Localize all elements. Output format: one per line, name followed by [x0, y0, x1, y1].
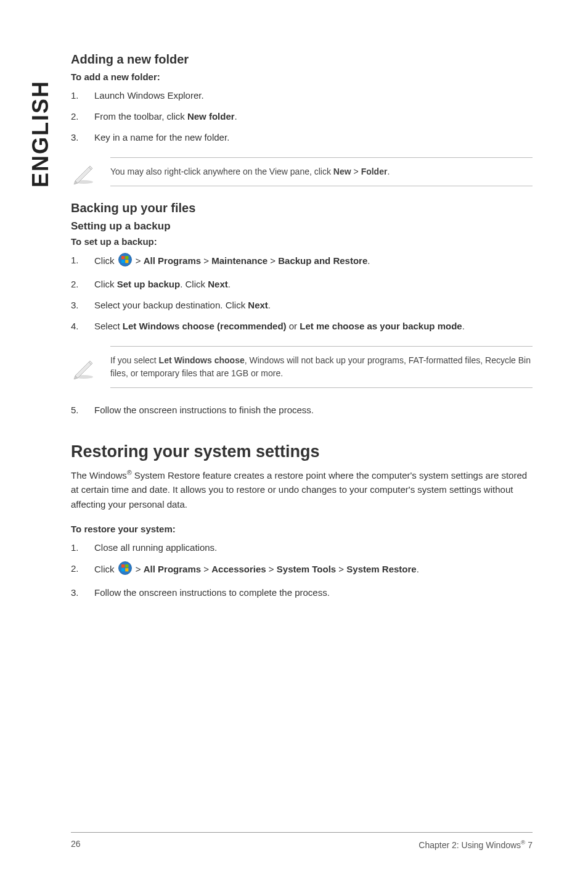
windows-start-icon [118, 253, 132, 271]
step-item: 4. Select Let Windows choose (recommende… [71, 319, 533, 334]
text-fragment: or [287, 321, 300, 331]
text-bold: New folder [187, 111, 235, 122]
intro-paragraph: The Windows® System Restore feature crea… [71, 468, 533, 511]
step-text: Follow the onscreen instructions to comp… [94, 585, 533, 600]
step-number: 3. [71, 298, 94, 313]
text-bold: All Programs [144, 564, 201, 574]
step-number: 1. [71, 253, 94, 268]
step-text: Click > All Programs > Maintenance > Bac… [94, 253, 533, 271]
text-fragment: The Windows [71, 470, 127, 481]
text-fragment: > [351, 167, 361, 176]
step-number: 3. [71, 130, 94, 145]
text-bold: System Restore [346, 564, 416, 574]
step-item: 5. Follow the onscreen instructions to f… [71, 403, 533, 418]
text-fragment: . Click [180, 279, 208, 289]
heading-adding-folder: Adding a new folder [71, 52, 533, 67]
step-item: 2. From the toolbar, click New folder. [71, 109, 533, 124]
svg-rect-10 [121, 564, 125, 567]
text-bold: Let Windows choose [159, 355, 245, 365]
svg-rect-6 [125, 260, 128, 263]
step-item: 2. Click > All Programs > Accessories > … [71, 561, 533, 579]
text-fragment: 7 [525, 840, 533, 850]
text-fragment: Click [94, 564, 117, 574]
text-bold: Accessories [211, 564, 266, 574]
footer-chapter: Chapter 2: Using Windows® 7 [419, 839, 533, 850]
text-fragment: You may also right-click anywhere on the… [110, 167, 333, 176]
step-item: 3. Follow the onscreen instructions to c… [71, 585, 533, 600]
step-text: Key in a name for the new folder. [94, 130, 533, 145]
text-fragment: > [201, 564, 211, 574]
text-fragment: System Restore feature creates a restore… [71, 470, 527, 510]
text-bold: All Programs [144, 255, 201, 266]
step-text: Launch Windows Explorer. [94, 88, 533, 103]
steps-backup: 1. Click > All Programs > Maintenance > … [71, 253, 533, 334]
text-fragment: Select your backup destination. Click [94, 300, 248, 310]
text-bold: Backup and Restore [278, 255, 367, 266]
steps-add-folder: 1. Launch Windows Explorer. 2. From the … [71, 88, 533, 145]
step-number: 4. [71, 319, 94, 334]
step-number: 1. [71, 540, 94, 555]
subheading-to-add-folder: To add a new folder: [71, 72, 533, 82]
text-fragment: > [336, 564, 346, 574]
text-bold: Let Windows choose (recommended) [123, 321, 287, 331]
text-fragment: Click [94, 279, 117, 289]
text-fragment: > [133, 255, 144, 266]
note-pencil-icon [71, 157, 97, 186]
note-block: If you select Let Windows choose, Window… [71, 346, 533, 388]
text-bold: Next [208, 279, 228, 289]
text-fragment: . [417, 564, 419, 574]
text-fragment: Chapter 2: Using Windows [419, 840, 521, 850]
svg-rect-5 [121, 260, 125, 263]
heading-backup: Backing up your files [71, 201, 533, 215]
svg-rect-13 [125, 568, 128, 571]
subheading-setting-backup: Setting up a backup [71, 220, 533, 233]
svg-rect-12 [121, 568, 125, 571]
note-block: You may also right-click anywhere on the… [71, 157, 533, 186]
subheading-to-restore: To restore your system: [71, 524, 533, 534]
windows-start-icon [118, 561, 132, 579]
step-number: 2. [71, 277, 94, 292]
svg-point-9 [118, 561, 131, 574]
step-item: 3. Select your backup destination. Click… [71, 298, 533, 313]
text-fragment: . [462, 321, 465, 331]
step-text: From the toolbar, click New folder. [94, 109, 533, 124]
step-text: Select your backup destination. Click Ne… [94, 298, 533, 313]
text-bold: Folder [361, 167, 388, 176]
step-text: Click > All Programs > Accessories > Sys… [94, 561, 533, 579]
step-text: Follow the onscreen instructions to fini… [94, 403, 533, 418]
main-content: Adding a new folder To add a new folder:… [71, 52, 533, 611]
text-fragment: . [268, 300, 271, 310]
language-sidebar: ENGLISH [28, 80, 54, 188]
steps-backup-cont: 5. Follow the onscreen instructions to f… [71, 403, 533, 418]
registered-mark: ® [127, 469, 132, 476]
step-number: 5. [71, 403, 94, 418]
step-text: Click Set up backup. Click Next. [94, 277, 533, 292]
text-fragment: > [133, 564, 144, 574]
text-bold: New [333, 167, 351, 176]
text-fragment: . [228, 279, 231, 289]
step-item: 1. Close all running applications. [71, 540, 533, 555]
heading-restoring: Restoring your system settings [71, 442, 533, 461]
step-item: 2. Click Set up backup. Click Next. [71, 277, 533, 292]
step-number: 1. [71, 88, 94, 103]
text-fragment: . [235, 111, 237, 122]
text-fragment: > [266, 564, 277, 574]
step-item: 1. Launch Windows Explorer. [71, 88, 533, 103]
text-bold: Let me choose as your backup mode [300, 321, 462, 331]
step-number: 3. [71, 585, 94, 600]
svg-point-2 [118, 254, 131, 266]
subheading-to-setup-backup: To set up a backup: [71, 236, 533, 247]
text-bold: Set up backup [117, 279, 181, 289]
text-bold: System Tools [277, 564, 336, 574]
step-text: Select Let Windows choose (recommended) … [94, 319, 533, 334]
step-number: 2. [71, 109, 94, 124]
text-bold: Maintenance [211, 255, 267, 266]
step-number: 2. [71, 561, 94, 576]
text-fragment: > [201, 255, 211, 266]
text-fragment: > [267, 255, 278, 266]
svg-rect-3 [121, 256, 125, 259]
svg-rect-11 [125, 564, 128, 567]
note-pencil-icon [71, 346, 97, 388]
page-number: 26 [71, 839, 81, 850]
step-text: Close all running applications. [94, 540, 533, 555]
